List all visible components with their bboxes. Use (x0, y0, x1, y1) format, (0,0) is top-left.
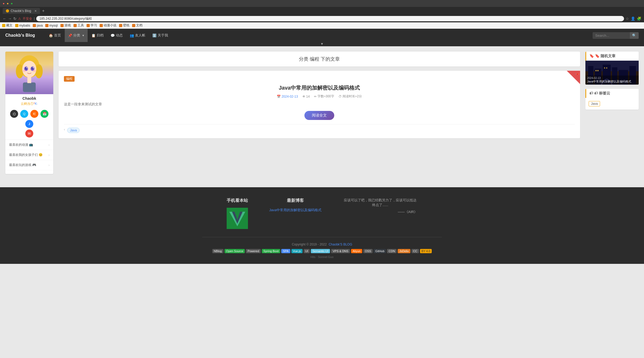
footer-copyright: Copyright © 2019 - 2022 Chaobk'S BLOG (5, 243, 639, 246)
content-area: 分类 编程 下的文章 📌 编程 Java中常用的加解密以及编码格式 📅 2024… (59, 52, 580, 174)
nav-friends-label: 友人帐 (135, 33, 145, 38)
email-button[interactable]: ✉ (25, 130, 33, 138)
bookmark-mybatis[interactable]: mybatis (15, 24, 30, 27)
bookmark-label: 壁纸 (123, 23, 129, 28)
bookmark-label: mybatis (19, 24, 30, 27)
read-more-button[interactable]: 阅读全文 (304, 111, 334, 120)
bookmark-youxi[interactable]: 游戏 (60, 23, 71, 28)
copyright-text: Copyright © 2019 - 2022 (292, 243, 327, 246)
svg-point-11 (33, 70, 36, 72)
github-button[interactable]: ⌬ (10, 110, 18, 118)
article-img-title[interactable]: Java中常用的加解密以及编码格式 (587, 80, 637, 84)
arrow-icon: › (48, 143, 50, 147)
tag-java[interactable]: Java (589, 101, 600, 106)
svg-rect-24 (604, 67, 605, 69)
svg-point-1 (16, 64, 24, 78)
address-bar[interactable] (36, 16, 624, 21)
bookmark-java[interactable]: java (33, 24, 43, 27)
profile-link-games[interactable]: 最喜欢玩的游戏 🎮 › (5, 160, 53, 170)
search-input[interactable] (593, 32, 630, 39)
nav-category[interactable]: 📌 分类 ▼ (65, 29, 88, 42)
tags-header: 🏷 🏷 标签云 (585, 89, 639, 98)
category-header: 分类 编程 下的文章 (59, 52, 580, 66)
bookmarks-bar: 藏主 mybatis java mysql 游戏 工具 学习 动漫小说 壁纸 文… (0, 22, 644, 29)
profile-link-girls[interactable]: 最喜欢我的女孩子们 😊 › (5, 150, 53, 160)
bookmark-anime[interactable]: 动漫小说 (100, 23, 116, 28)
site-logo[interactable]: Chaokb's Blog (5, 33, 35, 38)
tab-close[interactable]: ✕ (34, 9, 37, 13)
bookmark-folder-icon (45, 24, 48, 27)
v-logo-svg (227, 208, 248, 229)
wangwang-icon: 旺 (33, 112, 36, 116)
badge-springboot: Spring Boot (262, 249, 280, 253)
wangwang-button[interactable]: 旺 (30, 110, 38, 118)
new-tab-button[interactable]: + (42, 9, 44, 13)
nav-dynamic[interactable]: 💬 动态 (107, 29, 126, 42)
article-title[interactable]: Java中常用的加解密以及编码格式 (64, 84, 575, 91)
article-readtime-value: 阅读时长≈2分 (343, 94, 362, 99)
article-meta: 📅 2024-02-13 👁 14 ✏ 字数≈300字 ⏱ 阅读时长≈2分 (64, 94, 575, 99)
profile-card: Chaobk 云鹤当①*K· ⌬ Q 旺 📅 J ✉ (5, 52, 53, 174)
badge-spa: SPA (281, 249, 290, 253)
home-icon: 🏠 (49, 34, 53, 38)
article-img-date: 2024-02-13 (587, 77, 637, 80)
article-tags-row: ‹ Java (64, 128, 575, 133)
bookmark-star[interactable]: ☆ (626, 16, 629, 21)
tags-title: 🏷 标签云 (594, 91, 610, 95)
footer-latest-col: 最新博客 Java中常用的加解密以及编码格式 (269, 198, 321, 229)
bookmark-folder-icon (132, 24, 135, 27)
nav-category-label: 分类 (73, 33, 80, 38)
article-date-value: 2024-02-13 (282, 95, 298, 98)
bookmark-study[interactable]: 学习 (87, 23, 97, 28)
article-views-value: 14 (306, 95, 310, 98)
calendar-icon: 📅 (277, 95, 281, 98)
bookmark-docs[interactable]: 文档 (132, 23, 142, 28)
article-excerpt: 这是一段拿来测试的文章 (64, 102, 575, 107)
nav-archive-label: 归档 (97, 33, 104, 38)
footer-content: 手机看本站 最新博客 Java中常用的加解密以及编码格式 应该可以了吧，我已经戮… (202, 198, 442, 229)
footer-latest-link[interactable]: Java中常用的加解密以及编码格式 (269, 208, 321, 212)
nav-home[interactable]: 🏠 首页 (46, 29, 64, 42)
badge-cdn: CDN (387, 249, 397, 253)
security-warning: ⚠ (18, 17, 21, 20)
footer-mobile-col: 手机看本站 (227, 198, 248, 229)
footer-quote-text: 应该可以了吧，我已经戮另力了，应该可以抵达终点了...... (343, 198, 417, 207)
profile-link-anime[interactable]: 最喜欢的动漫 📺 › (5, 140, 53, 150)
juejin-button[interactable]: J (25, 120, 33, 128)
svg-point-10 (23, 70, 26, 72)
browser-addressbar: ← → ↻ ⚠ 不安全 | ☆ 👤 🧩 (0, 15, 644, 22)
nav-archive[interactable]: 📋 归档 (88, 29, 107, 42)
calendar-button[interactable]: 📅 (40, 110, 48, 118)
profile-icon[interactable]: 👤 (631, 16, 635, 21)
extensions-icon[interactable]: 🧩 (637, 16, 641, 21)
refresh-button[interactable]: ↻ (13, 16, 17, 21)
article-tag-java[interactable]: Java (67, 128, 80, 133)
forward-button[interactable]: → (8, 16, 12, 21)
footer-blog-link[interactable]: Chaobk'S BLOG (329, 243, 352, 246)
bookmark-folder-icon (74, 24, 77, 27)
search-button[interactable]: 🔍 (630, 32, 639, 39)
svg-rect-13 (27, 77, 31, 83)
bookmark-zangzhu[interactable]: 藏主 (2, 23, 13, 28)
badge-semanticui[interactable]: Semantic-UI (311, 249, 330, 253)
bookmark-wallpaper[interactable]: 壁纸 (119, 23, 129, 28)
nav-home-label: 首页 (54, 33, 61, 38)
qq-button[interactable]: Q (20, 110, 28, 118)
bookmark-icon: 🔖 (589, 54, 594, 58)
random-article-image[interactable]: 2024-02-13 Java中常用的加解密以及编码格式 (585, 61, 639, 85)
site-footer: 手机看本站 最新博客 Java中常用的加解密以及编码格式 应该可以了吧，我已经戮… (0, 187, 644, 264)
bookmark-label: mysql (49, 24, 58, 27)
badge-powered: Powered (246, 249, 260, 253)
article-date: 📅 2024-02-13 (277, 95, 298, 98)
browser-chrome: ● ● ● (0, 0, 644, 7)
separator: | (34, 17, 35, 20)
article-words-value: 字数≈300字 (317, 94, 334, 99)
bookmark-mysql[interactable]: mysql (45, 24, 58, 27)
nav-about[interactable]: ℹ️ 关于我 (149, 29, 171, 42)
active-tab[interactable]: Chaobk's Blog ✕ (3, 8, 40, 14)
profile-avatar (5, 52, 53, 94)
back-button[interactable]: ← (3, 16, 6, 21)
bookmark-tools[interactable]: 工具 (74, 23, 84, 28)
nav-friends[interactable]: 👥 友人帐 (127, 29, 149, 42)
badge-opensource: Open Source (225, 249, 245, 253)
